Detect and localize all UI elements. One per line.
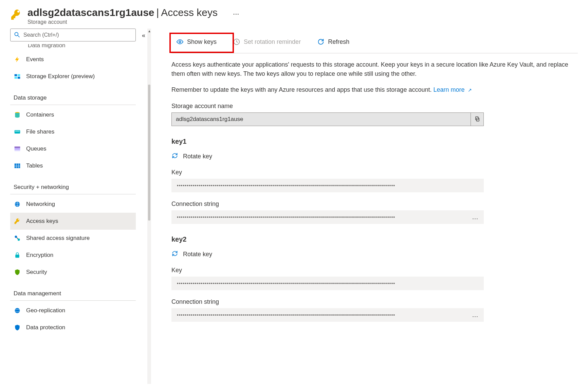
sidebar-item-label: Data protection: [26, 324, 65, 331]
sidebar-item-containers[interactable]: Containers: [10, 106, 136, 123]
lock-icon: [14, 251, 21, 259]
sidebar-item-label: Tables: [26, 162, 43, 169]
more-actions-button[interactable]: ···: [233, 10, 239, 18]
svg-point-20: [15, 236, 17, 238]
sas-icon: [14, 234, 21, 242]
refresh-icon: [317, 38, 325, 46]
sidebar-item-file-shares[interactable]: File shares: [10, 123, 136, 140]
conn1-label: Connection string: [171, 200, 578, 208]
svg-rect-7: [15, 130, 20, 134]
sidebar-item-label: Access keys: [26, 218, 58, 225]
nav-section-data-storage: Data storage: [10, 85, 136, 105]
refresh-button[interactable]: Refresh: [312, 35, 354, 48]
rotate-key2-button[interactable]: Rotate key: [171, 250, 212, 259]
sidebar-item-label: Geo-replication: [26, 307, 65, 314]
svg-point-0: [15, 32, 18, 36]
scroll-up-icon[interactable]: ▴: [147, 29, 151, 35]
sidebar-item-events[interactable]: Events: [10, 51, 136, 68]
key-icon: [14, 217, 21, 225]
key1-value-field[interactable]: ••••••••••••••••••••••••••••••••••••••••…: [171, 179, 484, 192]
svg-point-21: [18, 239, 20, 241]
resource-name: adlsg2datascans1rg1ause: [27, 7, 154, 18]
sidebar-item-cutoff[interactable]: Data migration: [10, 44, 136, 51]
svg-point-24: [179, 41, 181, 43]
svg-rect-2: [15, 74, 17, 76]
main-content: Show keys Set rotation reminder Refresh …: [151, 29, 588, 384]
sidebar-item-tables[interactable]: Tables: [10, 157, 136, 174]
rotate-icon: [171, 152, 178, 161]
collapse-sidebar-button[interactable]: «: [142, 32, 145, 39]
description-text-2: Remember to update the keys with any Azu…: [171, 85, 578, 94]
key1-heading: key1: [171, 138, 578, 145]
sidebar-item-label: Shared access signature: [26, 235, 90, 242]
svg-rect-3: [18, 74, 20, 76]
rotate-key1-button[interactable]: Rotate key: [171, 152, 212, 161]
svg-rect-12: [15, 163, 20, 168]
sidebar-item-security[interactable]: Security: [10, 264, 136, 281]
sidebar-item-label: Security: [26, 269, 47, 276]
search-icon: [14, 31, 20, 39]
svg-rect-4: [15, 77, 17, 79]
sidebar-item-label: File shares: [26, 128, 54, 135]
set-rotation-reminder-button[interactable]: Set rotation reminder: [228, 35, 306, 48]
storage-account-name-label: Storage account name: [171, 103, 578, 110]
sidebar-item-label: Queues: [26, 145, 47, 152]
shield-icon: [14, 324, 21, 331]
key1-label: Key: [171, 169, 578, 176]
refresh-label: Refresh: [328, 38, 349, 46]
description-text: Access keys authenticate your applicatio…: [171, 60, 578, 78]
clock-icon: [233, 38, 240, 46]
svg-rect-9: [15, 146, 20, 148]
sidebar-item-encryption[interactable]: Encryption: [10, 247, 136, 264]
conn2-label: Connection string: [171, 298, 578, 305]
sidebar-item-networking[interactable]: Networking: [10, 196, 136, 213]
set-reminder-label: Set rotation reminder: [244, 38, 301, 46]
toolbar: Show keys Set rotation reminder Refresh: [171, 32, 578, 53]
sidebar-item-data-protection[interactable]: Data protection: [10, 319, 136, 336]
conn2-value-field[interactable]: ••••••••••••••••••••••••••••••••••••••••…: [171, 308, 484, 322]
page-title: adlsg2datascans1rg1ause | Access keys: [27, 7, 218, 18]
sidebar-item-label: Containers: [26, 111, 54, 118]
svg-rect-5: [18, 77, 20, 79]
key2-label: Key: [171, 267, 578, 274]
rotate-icon: [171, 250, 178, 259]
nav-section-security: Security + networking: [10, 174, 136, 194]
nav-list: Data migration Events Storage Explorer (…: [10, 44, 136, 336]
globe-icon: [14, 307, 21, 314]
sidebar-item-label: Storage Explorer (preview): [26, 73, 95, 80]
show-keys-button[interactable]: Show keys: [171, 35, 221, 48]
lightning-icon: [14, 56, 21, 63]
copy-icon: [475, 116, 480, 123]
rotate-key-label: Rotate key: [183, 153, 212, 160]
eye-icon: [176, 38, 184, 46]
svg-rect-11: [15, 150, 20, 151]
sidebar-item-storage-explorer[interactable]: Storage Explorer (preview): [10, 68, 136, 85]
explorer-icon: [14, 73, 21, 80]
page-header: adlsg2datascans1rg1ause | Access keys St…: [0, 0, 588, 29]
show-keys-label: Show keys: [187, 38, 217, 46]
sidebar-item-label: Networking: [26, 201, 55, 208]
container-icon: [14, 111, 21, 119]
svg-rect-8: [15, 131, 19, 132]
resource-type: Storage account: [27, 19, 218, 25]
copy-button[interactable]: [471, 112, 484, 126]
sidebar-item-geo-replication[interactable]: Geo-replication: [10, 302, 136, 319]
conn1-value-field[interactable]: ••••••••••••••••••••••••••••••••••••••••…: [171, 210, 484, 224]
storage-account-name-field[interactable]: [171, 112, 471, 126]
shield-icon: [14, 268, 21, 276]
sidebar-item-sas[interactable]: Shared access signature: [10, 230, 136, 247]
external-link-icon: ↗: [468, 87, 472, 93]
svg-rect-22: [15, 255, 19, 258]
search-input[interactable]: [10, 29, 136, 41]
scrollbar[interactable]: ▴: [147, 29, 151, 384]
scroll-thumb[interactable]: [148, 85, 150, 221]
svg-rect-10: [15, 148, 20, 150]
key2-value-field[interactable]: ••••••••••••••••••••••••••••••••••••••••…: [171, 277, 484, 290]
sidebar-item-access-keys[interactable]: Access keys: [10, 213, 136, 230]
sidebar-item-queues[interactable]: Queues: [10, 140, 136, 157]
svg-line-1: [18, 36, 20, 37]
svg-point-23: [15, 308, 20, 313]
nav-section-data-mgmt: Data management: [10, 281, 136, 301]
learn-more-link[interactable]: Learn more ↗: [433, 86, 472, 93]
key-icon: [10, 8, 22, 21]
